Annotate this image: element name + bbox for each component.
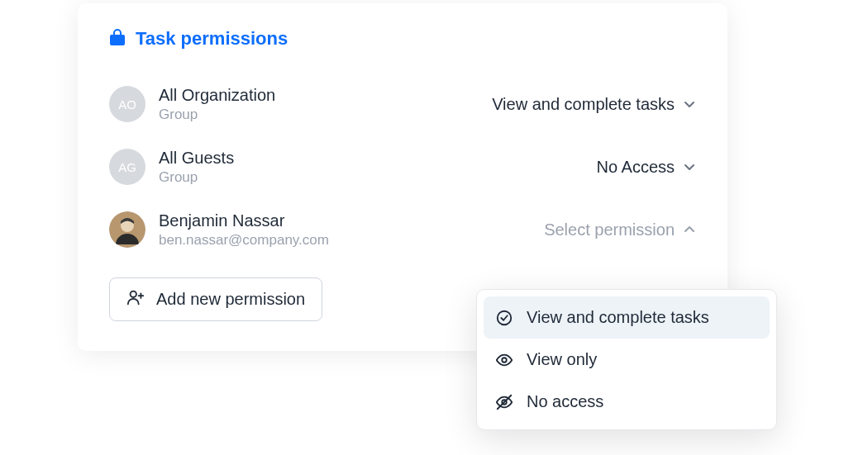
permission-row: AO All Organization Group View and compl…: [109, 73, 696, 135]
person-plus-icon: [126, 288, 145, 310]
permission-row: AG All Guests Group No Access: [109, 135, 696, 198]
permission-value: No Access: [597, 158, 675, 177]
identity-sub: ben.nassar@company.com: [159, 231, 329, 249]
add-permission-label: Add new permission: [156, 290, 305, 309]
identity-text: Benjamin Nassar ben.nassar@company.com: [159, 210, 329, 249]
dropdown-option-view-complete[interactable]: View and complete tasks: [484, 296, 770, 339]
permission-value: View and complete tasks: [492, 95, 675, 114]
permission-select[interactable]: View and complete tasks: [492, 95, 696, 114]
identity-sub: Group: [159, 168, 234, 187]
panel-title: Task permissions: [136, 28, 288, 50]
dropdown-option-view-only[interactable]: View only: [484, 339, 770, 381]
svg-point-2: [131, 291, 136, 297]
eye-off-icon: [495, 393, 515, 411]
identity-block: AG All Guests Group: [109, 147, 234, 187]
identity-block: Benjamin Nassar ben.nassar@company.com: [109, 210, 329, 249]
eye-icon: [495, 351, 515, 369]
identity-block: AO All Organization Group: [109, 84, 275, 124]
identity-sub: Group: [159, 106, 275, 124]
permission-select[interactable]: No Access: [597, 158, 696, 177]
permission-row: Benjamin Nassar ben.nassar@company.com S…: [109, 198, 696, 261]
avatar-user: [109, 211, 145, 248]
dropdown-option-label: No access: [527, 392, 603, 411]
lock-icon: [109, 28, 126, 50]
avatar-initials: AG: [109, 149, 145, 185]
chevron-up-icon: [683, 223, 696, 236]
identity-name: Benjamin Nassar: [159, 210, 329, 231]
dropdown-option-label: View and complete tasks: [527, 308, 709, 327]
chevron-down-icon: [683, 160, 696, 173]
chevron-down-icon: [683, 97, 696, 111]
dropdown-option-label: View only: [527, 350, 597, 369]
add-permission-button[interactable]: Add new permission: [109, 277, 322, 321]
dropdown-option-no-access[interactable]: No access: [484, 381, 770, 423]
identity-name: All Guests: [159, 147, 234, 168]
panel-header: Task permissions: [109, 28, 696, 50]
permission-select[interactable]: Select permission: [544, 220, 696, 239]
svg-point-5: [498, 310, 512, 325]
avatar-initials: AO: [109, 86, 145, 122]
identity-name: All Organization: [159, 84, 275, 106]
identity-text: All Organization Group: [159, 84, 275, 124]
check-circle-icon: [495, 309, 515, 327]
identity-text: All Guests Group: [159, 147, 234, 187]
permission-value: Select permission: [544, 220, 675, 239]
permission-dropdown: View and complete tasks View only No acc…: [476, 289, 777, 430]
svg-point-6: [502, 358, 507, 363]
